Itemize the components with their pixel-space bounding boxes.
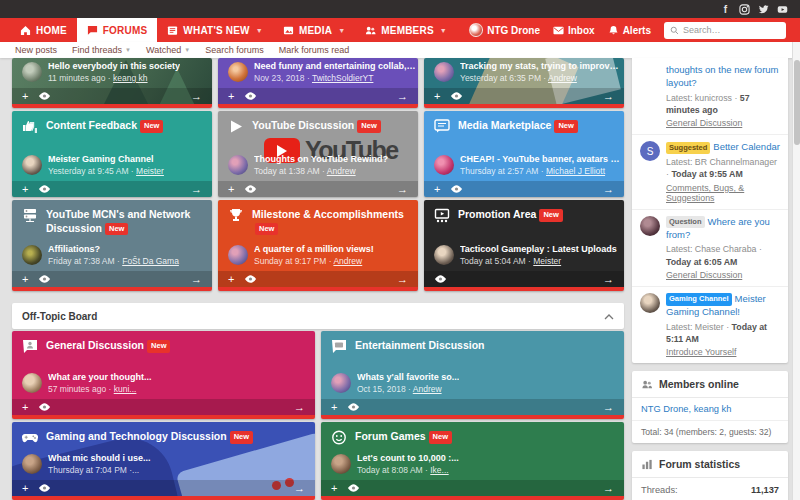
arrow-icon[interactable]: → — [294, 401, 305, 413]
tab-members[interactable]: MEMBERS ▼ — [355, 18, 457, 42]
eye-icon[interactable] — [434, 275, 447, 283]
latest-user-link[interactable]: Ike... — [430, 465, 448, 475]
forum-node-card[interactable]: Gaming and Technology DiscussionNew What… — [12, 422, 315, 500]
inbox-button[interactable]: Inbox — [553, 25, 595, 36]
latest-thread-title[interactable]: What are your thought... — [48, 372, 152, 384]
latest-user-link[interactable]: TwitchSoldierYT — [312, 73, 373, 83]
latest-thread-title[interactable]: Meister Gaming Channel — [48, 154, 164, 166]
latest-thread-title[interactable]: Whats y'all favorite so... — [357, 372, 459, 384]
latest-user-link[interactable]: Andrew — [413, 384, 442, 394]
subnav-search-forums[interactable]: Search forums — [205, 45, 264, 55]
arrow-icon[interactable]: → — [603, 482, 614, 494]
latest-thread-title[interactable]: What mic should i use... — [48, 453, 151, 465]
eye-icon[interactable] — [244, 185, 257, 193]
watch-plus-icon[interactable]: + — [228, 184, 234, 195]
tab-media[interactable]: MEDIA ▼ — [273, 18, 355, 42]
tab-whats-new[interactable]: WHAT'S NEW ▼ — [157, 18, 273, 42]
eye-icon[interactable] — [347, 403, 360, 411]
forum-node-card[interactable]: Media MarketplaceNew CHEAP! - YouTube ba… — [424, 111, 624, 197]
thread-link[interactable]: Better Calendar — [713, 141, 780, 152]
forum-link[interactable]: Introduce Yourself — [666, 347, 736, 357]
arrow-icon[interactable]: → — [191, 90, 202, 102]
watch-plus-icon[interactable]: + — [434, 91, 440, 102]
arrow-icon[interactable]: → — [603, 273, 614, 285]
arrow-icon[interactable]: → — [603, 183, 614, 195]
latest-thread-title[interactable]: Thoughts on YouTube Rewind? — [254, 154, 388, 166]
watch-plus-icon[interactable]: + — [22, 274, 28, 285]
latest-user-link[interactable]: Andrew — [327, 166, 356, 176]
latest-user-link[interactable]: Andrew — [548, 73, 577, 83]
twitter-icon[interactable] — [758, 4, 769, 15]
arrow-icon[interactable]: → — [397, 90, 408, 102]
list-item[interactable]: S SuggestedBetter Calendar Latest: BR Ch… — [632, 135, 788, 209]
arrow-icon[interactable]: → — [191, 273, 202, 285]
eye-icon[interactable] — [38, 403, 51, 411]
subnav-mark-read[interactable]: Mark forums read — [279, 45, 350, 55]
subnav-find-threads[interactable]: Find threads▼ — [72, 45, 131, 55]
forum-link[interactable]: General Discussion — [666, 270, 742, 280]
instagram-icon[interactable] — [739, 4, 750, 15]
arrow-icon[interactable]: → — [191, 183, 202, 195]
latest-user-link[interactable]: keang kh — [113, 73, 148, 83]
eye-icon[interactable] — [347, 484, 360, 492]
latest-thread-title[interactable]: A quarter of a million views! — [254, 244, 374, 256]
eye-icon[interactable] — [450, 92, 463, 100]
latest-thread-title[interactable]: Let's count to 10,000 :... — [357, 453, 459, 465]
latest-thread-title[interactable]: CHEAP! - YouTube banner, avatars and thu… — [460, 154, 622, 166]
forum-link[interactable]: General Discussion — [666, 118, 742, 128]
thread-link[interactable]: thoughts on the new forum layout? — [666, 64, 780, 90]
arrow-icon[interactable]: → — [397, 183, 408, 195]
eye-icon[interactable] — [38, 92, 51, 100]
watch-plus-icon[interactable]: + — [228, 274, 234, 285]
eye-icon[interactable] — [38, 484, 51, 492]
subnav-new-posts[interactable]: New posts — [15, 45, 57, 55]
category-header-offtopic[interactable]: Off-Topic Board — [12, 303, 624, 329]
latest-user-link[interactable]: Meister — [136, 166, 164, 176]
forum-node-card[interactable]: Milestone & AccomplishmentsNew A quarter… — [218, 200, 418, 291]
forum-node-card[interactable]: General DiscussionNew What are your thou… — [12, 331, 315, 419]
forum-node-card[interactable]: Need funny and entertaining collab, On X… — [218, 58, 418, 108]
tab-forums[interactable]: FORUMS — [77, 18, 158, 42]
arrow-icon[interactable]: → — [294, 482, 305, 494]
arrow-icon[interactable]: → — [603, 401, 614, 413]
eye-icon[interactable] — [244, 275, 257, 283]
forum-node-card[interactable]: Promotion AreaNew Tacticool Gameplay : L… — [424, 200, 624, 291]
chevron-up-icon[interactable] — [604, 311, 614, 322]
watch-plus-icon[interactable]: + — [434, 184, 440, 195]
latest-thread-title[interactable]: Tracking my stats, trying to improve the… — [460, 61, 622, 73]
watch-plus-icon[interactable]: + — [331, 402, 337, 413]
alerts-button[interactable]: Alerts — [608, 25, 651, 36]
account-menu[interactable]: NTG Drone — [469, 23, 540, 37]
online-member-links[interactable]: NTG Drone, keang kh — [632, 398, 788, 421]
forum-node-card[interactable]: Content FeedbackNew Meister Gaming Chann… — [12, 111, 212, 197]
watch-plus-icon[interactable]: + — [331, 483, 337, 494]
list-item[interactable]: QuestionWhere are you from? Latest: Chas… — [632, 210, 788, 287]
subnav-watched[interactable]: Watched▼ — [146, 45, 190, 55]
watch-plus-icon[interactable]: + — [22, 184, 28, 195]
latest-thread-title[interactable]: Hello everybody in this society — [48, 61, 180, 73]
latest-thread-title[interactable]: Need funny and entertaining collab, On X… — [254, 61, 416, 73]
scrollbar[interactable] — [792, 42, 800, 500]
list-item[interactable]: thoughts on the new forum layout? Latest… — [632, 58, 788, 135]
tab-home[interactable]: HOME — [10, 18, 77, 42]
youtube-icon[interactable] — [777, 4, 788, 15]
latest-user-link[interactable]: FoŠt Da Gama — [122, 256, 179, 266]
latest-user-link[interactable]: Michael J Elliott — [546, 166, 605, 176]
latest-thread-title[interactable]: Tacticool Gameplay : Latest Uploads — [460, 244, 617, 256]
latest-user-link[interactable]: Andrew — [333, 256, 362, 266]
list-item[interactable]: Gaming ChannelMeister Gaming Channel! La… — [632, 287, 788, 363]
eye-icon[interactable] — [38, 275, 51, 283]
forum-node-card[interactable]: Tracking my stats, trying to improve the… — [424, 58, 624, 108]
forum-node-card[interactable]: Entertainment Discussion Whats y'all fav… — [321, 331, 624, 419]
facebook-icon[interactable]: f — [720, 4, 731, 15]
arrow-icon[interactable]: → — [397, 273, 408, 285]
latest-user-link[interactable]: kuni... — [114, 384, 137, 394]
latest-thread-title[interactable]: Affiliations? — [48, 244, 179, 256]
latest-user-link[interactable]: Meister — [533, 256, 561, 266]
search-input[interactable] — [683, 25, 780, 35]
arrow-icon[interactable]: → — [603, 90, 614, 102]
forum-node-card[interactable]: YouTube YouTube DiscussionNew Thoughts o… — [218, 111, 418, 197]
eye-icon[interactable] — [244, 92, 257, 100]
watch-plus-icon[interactable]: + — [22, 483, 28, 494]
forum-node-card[interactable]: YouTube MCN's and Network DiscussionNew … — [12, 200, 212, 291]
